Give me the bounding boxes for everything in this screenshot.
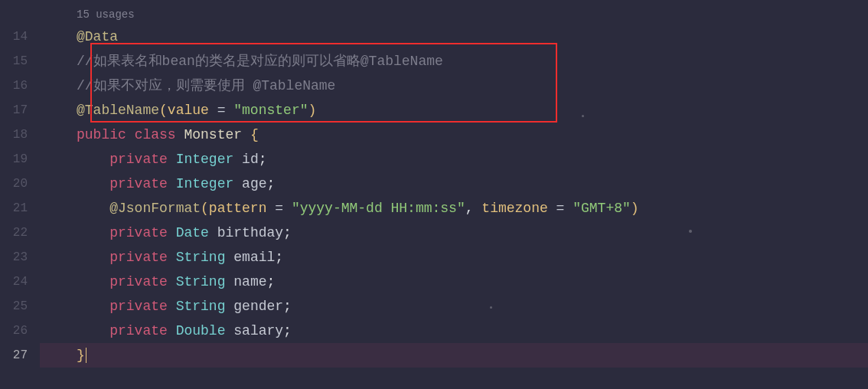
line-number: 26 bbox=[0, 319, 40, 343]
code-line[interactable]: //如果表名和bean的类名是对应的则可以省略@TableName bbox=[40, 49, 868, 74]
field-id: id bbox=[242, 152, 259, 167]
keyword-private: private bbox=[109, 176, 168, 191]
type-double: Double bbox=[176, 323, 226, 338]
code-line[interactable]: private Double salary; bbox=[40, 319, 868, 343]
annotation: @Data bbox=[77, 29, 118, 44]
equals: = bbox=[266, 201, 291, 216]
field-salary: salary bbox=[233, 323, 283, 338]
type-string: String bbox=[176, 274, 226, 289]
line-number: 15 bbox=[0, 49, 40, 74]
equals: = bbox=[209, 103, 233, 118]
code-line[interactable]: @TableName(value = "monster") bbox=[40, 98, 868, 123]
code-line[interactable]: //如果不对应，则需要使用 @TableName bbox=[40, 74, 868, 98]
comment: //如果表名和bean的类名是对应的则可以省略@TableName bbox=[77, 54, 443, 69]
type-integer: Integer bbox=[176, 152, 234, 167]
code-line[interactable]: private String name; bbox=[40, 270, 868, 294]
paren-open: ( bbox=[201, 201, 209, 216]
semicolon: ; bbox=[267, 176, 276, 191]
line-number: 18 bbox=[0, 123, 40, 147]
line-number: 19 bbox=[0, 147, 40, 172]
field-name: name bbox=[233, 274, 266, 289]
keyword-private: private bbox=[109, 274, 168, 289]
code-line-current[interactable]: } bbox=[40, 343, 868, 368]
paren-open: ( bbox=[159, 103, 168, 118]
field-gender: gender bbox=[233, 299, 283, 314]
usages-hint[interactable]: 15 usages bbox=[40, 5, 868, 25]
type-string: String bbox=[176, 250, 226, 265]
semicolon: ; bbox=[259, 152, 267, 167]
field-email: email bbox=[233, 250, 275, 265]
code-area[interactable]: 15 usages @Data //如果表名和bean的类名是对应的则可以省略@… bbox=[40, 0, 868, 389]
keyword-public: public bbox=[77, 127, 126, 142]
line-number: 23 bbox=[0, 245, 40, 270]
code-line[interactable]: @Data bbox=[40, 25, 868, 49]
semicolon: ; bbox=[283, 225, 292, 240]
code-editor[interactable]: 14 15 16 17 18 19 20 21 22 23 24 25 26 2… bbox=[0, 0, 868, 389]
semicolon: ; bbox=[283, 323, 292, 338]
line-number: 16 bbox=[0, 74, 40, 98]
annotation: @JsonFormat bbox=[109, 201, 201, 216]
caret-icon bbox=[86, 348, 86, 363]
annotation: @TableName bbox=[77, 103, 159, 118]
comment: //如果不对应，则需要使用 @TableName bbox=[77, 78, 335, 93]
comma: , bbox=[465, 201, 482, 216]
param-timezone: timezone bbox=[481, 201, 547, 216]
semicolon: ; bbox=[283, 299, 292, 314]
class-identifier: Monster bbox=[184, 127, 242, 142]
field-birthday: birthday bbox=[217, 225, 283, 240]
param-pattern: pattern bbox=[209, 201, 267, 216]
param-name: value bbox=[168, 103, 209, 118]
semicolon: ; bbox=[267, 274, 276, 289]
code-line[interactable]: private Integer id; bbox=[40, 147, 868, 172]
line-number: 22 bbox=[0, 221, 40, 245]
code-line[interactable]: private Date birthday; bbox=[40, 221, 868, 245]
line-number: 20 bbox=[0, 172, 40, 196]
keyword-private: private bbox=[109, 323, 168, 338]
code-line[interactable]: public class Monster { bbox=[40, 123, 868, 147]
keyword-class: class bbox=[135, 127, 176, 142]
line-number: 24 bbox=[0, 270, 40, 294]
line-number: 21 bbox=[0, 196, 40, 221]
type-date: Date bbox=[176, 225, 209, 240]
usages-gutter-spacer bbox=[0, 5, 40, 25]
code-line[interactable]: private Integer age; bbox=[40, 172, 868, 196]
line-number-gutter: 14 15 16 17 18 19 20 21 22 23 24 25 26 2… bbox=[0, 0, 40, 389]
brace-open: { bbox=[250, 127, 259, 142]
brace-close: } bbox=[77, 348, 85, 363]
paren-close: ) bbox=[631, 201, 639, 216]
keyword-private: private bbox=[109, 152, 168, 167]
keyword-private: private bbox=[109, 299, 168, 314]
type-integer: Integer bbox=[176, 176, 234, 191]
line-number-current: 27 bbox=[0, 343, 40, 368]
code-line[interactable]: @JsonFormat(pattern = "yyyy-MM-dd HH:mm:… bbox=[40, 196, 868, 221]
type-string: String bbox=[176, 299, 226, 314]
code-line[interactable]: private String email; bbox=[40, 245, 868, 270]
paren-close: ) bbox=[308, 103, 316, 118]
equals: = bbox=[548, 201, 573, 216]
keyword-private: private bbox=[109, 250, 168, 265]
string-literal: "monster" bbox=[233, 103, 308, 118]
line-number: 14 bbox=[0, 25, 40, 49]
string-literal: "GMT+8" bbox=[573, 201, 631, 216]
keyword-private: private bbox=[109, 225, 168, 240]
semicolon: ; bbox=[275, 250, 283, 265]
string-literal: "yyyy-MM-dd HH:mm:ss" bbox=[292, 201, 465, 216]
line-number: 25 bbox=[0, 294, 40, 319]
code-line[interactable]: private String gender; bbox=[40, 294, 868, 319]
line-number: 17 bbox=[0, 98, 40, 123]
field-age: age bbox=[242, 176, 266, 191]
